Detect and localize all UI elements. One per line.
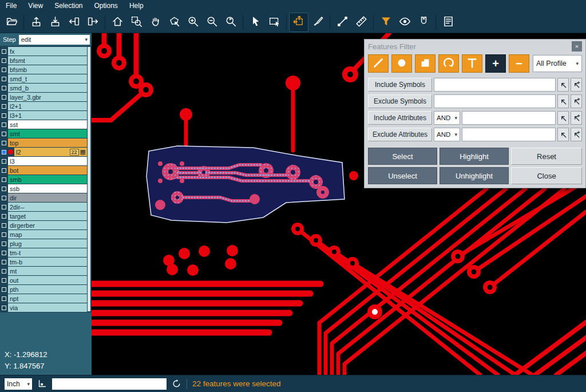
layer-row-bfsmb[interactable]: bfsmb [0,65,87,74]
layer-row-smd_t[interactable]: smd_t [0,74,87,83]
layer-name[interactable]: plug [8,239,87,248]
include-attributes-button[interactable]: Include Attributes [368,111,432,125]
layer-name[interactable]: layer_3.gbr [8,93,87,101]
layer-name[interactable]: smd_b [8,84,87,92]
layer-name[interactable]: l222▦ [14,148,87,156]
layer-checkbox[interactable] [2,168,6,173]
zoom-reset-button[interactable] [221,13,240,31]
layer-row-tm-t[interactable]: tm-t [0,248,87,257]
unit-select[interactable]: Inch ▾ [5,378,32,390]
menu-item-options[interactable]: Options [89,1,124,11]
layer-row-pth[interactable]: pth [0,285,87,294]
layer-name[interactable]: target [8,212,87,220]
layer-row-l3+1[interactable]: l3+1 [0,111,87,120]
layer-row-smt[interactable]: smt [0,129,87,138]
import-arrow-up-button[interactable] [27,13,45,31]
pick-add-button[interactable] [571,94,582,108]
arc-tool-button[interactable] [438,54,459,73]
layer-checkbox[interactable] [2,187,6,191]
filter-funnel-button[interactable] [377,13,395,31]
pick-from-graphic-button[interactable] [557,128,569,141]
layer-row-layer_3.gbr[interactable]: layer_3.gbr [0,93,87,101]
import-arrow-right-button[interactable] [84,13,102,31]
layer-checkbox[interactable] [2,86,6,90]
pick-from-graphic-button[interactable] [557,78,569,92]
pan-hand-button[interactable] [146,13,164,31]
layer-checkbox[interactable] [2,141,6,145]
layer-checkbox[interactable] [2,196,6,200]
ruler-button[interactable] [352,13,370,31]
layer-checkbox[interactable] [2,278,6,283]
layer-row-target[interactable]: target [0,212,87,220]
layer-row-ssb[interactable]: ssb [0,184,87,193]
include-symbols-input[interactable] [434,78,556,92]
brush-tool-button[interactable] [308,13,327,31]
layer-name[interactable]: smd_t [8,74,87,83]
pick-add-button[interactable] [571,111,582,125]
layer-name[interactable]: via [8,303,87,312]
layer-checkbox[interactable] [2,269,6,274]
layer-name[interactable]: map [8,230,87,239]
pick-from-graphic-button[interactable] [557,94,569,108]
zoom-in-button[interactable] [184,13,202,31]
layer-row-l2[interactable]: l222▦ [0,148,87,156]
layer-name[interactable]: bfsmt [8,56,87,65]
layer-row-map[interactable]: map [0,230,87,239]
zoom-out-button[interactable] [203,13,221,31]
profile-select[interactable]: All Profile ▾ [533,55,582,72]
menu-item-help[interactable]: Help [124,1,149,11]
layer-row-smb[interactable]: smb [0,175,87,184]
surface-tool-button[interactable] [415,54,435,73]
layer-checkbox[interactable] [2,232,6,237]
layer-checkbox[interactable] [2,49,6,54]
unselect-button[interactable]: Unselect [368,167,437,184]
text-tool-button[interactable] [462,54,482,73]
layer-checkbox[interactable] [2,296,6,301]
home-button[interactable] [108,13,126,31]
layer-name[interactable]: smt [8,129,87,138]
layer-name[interactable]: out [8,276,87,284]
layer-checkbox[interactable] [2,113,6,118]
layer-checkbox[interactable] [2,251,6,255]
layer-row-out[interactable]: out [0,276,87,284]
layer-name[interactable]: sst [8,120,87,129]
menu-item-file[interactable]: File [0,1,22,11]
layer-name[interactable]: smb [8,175,87,184]
add-mode-button[interactable]: + [485,54,506,73]
refresh-icon[interactable] [172,379,181,389]
layer-checkbox[interactable] [2,150,6,155]
layer-row-smd_b[interactable]: smd_b [0,84,87,92]
open-folder-button[interactable] [2,13,21,31]
layer-row-top[interactable]: top [0,138,87,147]
exclude-attributes-button[interactable]: Exclude Attributes [368,128,432,141]
layer-row-fx[interactable]: fx [0,47,87,56]
layer-name[interactable]: dir [8,193,87,202]
dialog-titlebar[interactable]: Features Filter × [365,39,585,53]
layer-name[interactable]: tm-b [8,258,87,266]
include-symbols-button[interactable]: Include Symbols [368,78,432,92]
layer-row-dir[interactable]: dir [0,193,87,202]
layer-checkbox[interactable] [2,77,6,81]
remove-mode-button[interactable]: − [509,54,529,73]
pad-tool-button[interactable] [391,54,412,73]
pick-add-button[interactable] [571,78,582,92]
select-button[interactable]: Select [368,148,437,165]
pick-add-button[interactable] [571,128,582,141]
layer-checkbox[interactable] [2,104,6,109]
layer-checkbox[interactable] [2,241,6,246]
include-attributes-input[interactable] [462,111,556,125]
layer-checkbox[interactable] [2,68,6,72]
import-arrow-down-button[interactable] [46,13,64,31]
pick-from-graphic-button[interactable] [557,111,569,125]
close-icon[interactable]: × [572,41,582,52]
layer-name[interactable]: l2+1 [8,102,87,110]
and-operator-select[interactable]: AND▾ [434,111,460,125]
layer-row-via[interactable]: via [0,303,87,312]
canvas-area[interactable]: Features Filter × + − All Profile ▾ Incl… [92,33,586,375]
layer-row-tm-b[interactable]: tm-b [0,258,87,266]
layer-row-bfsmt[interactable]: bfsmt [0,56,87,65]
measure-line-button[interactable] [333,13,351,31]
layer-name[interactable]: fx [8,47,87,56]
import-arrow-left-button[interactable] [65,13,83,31]
exclude-symbols-input[interactable] [434,94,556,108]
